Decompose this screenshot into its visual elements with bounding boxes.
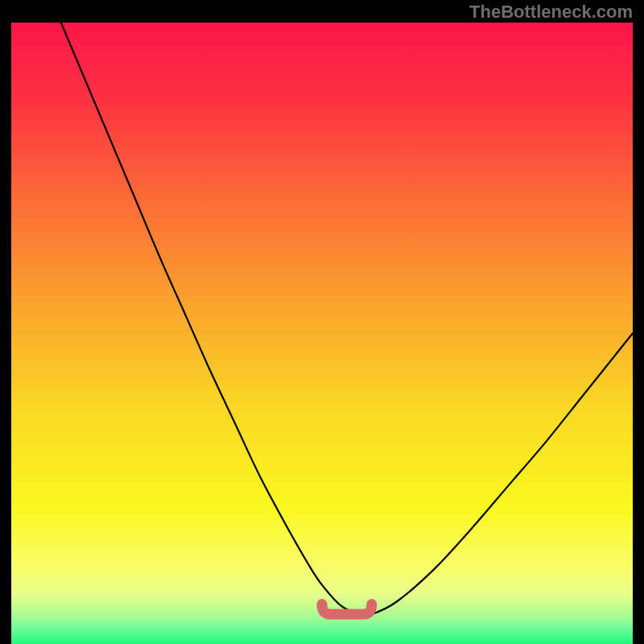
bottleneck-chart <box>11 23 633 644</box>
chart-frame <box>11 23 633 644</box>
watermark-text: TheBottleneck.com <box>469 2 633 23</box>
heat-gradient-bg <box>11 23 633 644</box>
